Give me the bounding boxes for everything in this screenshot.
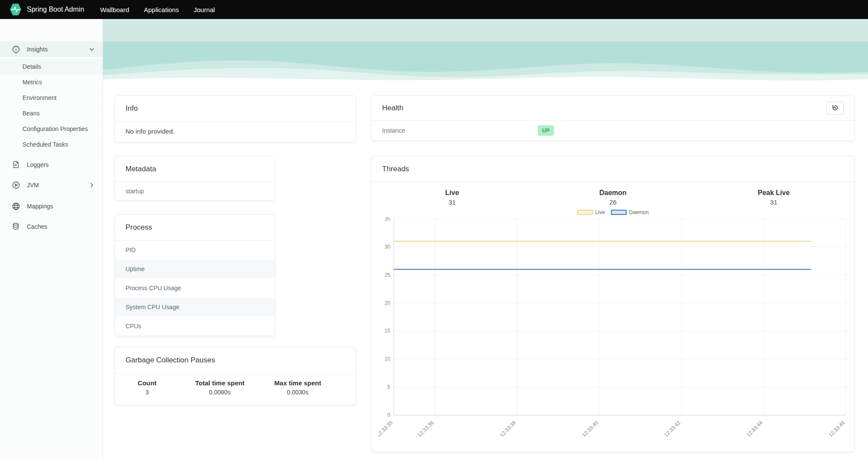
- sidebar-item-label: JVM: [27, 182, 39, 189]
- legend-live-swatch: [577, 210, 593, 215]
- stat-daemon-label: Daemon: [533, 189, 694, 197]
- sidebar-item-label: Loggers: [27, 161, 49, 168]
- stat-peak-live: Peak Live 31: [693, 189, 854, 206]
- process-row-pid: PID: [115, 240, 275, 259]
- stat-peak-live-value: 31: [693, 198, 854, 206]
- hero-wave-banner: [103, 19, 868, 84]
- sidebar-item-jvm[interactable]: JVM: [0, 176, 103, 194]
- sidebar-item-label: Caches: [27, 223, 47, 230]
- process-row-system-cpu: System CPU Usage: [115, 298, 275, 317]
- svg-text:12:33:38: 12:33:38: [498, 419, 517, 438]
- history-icon: [831, 104, 839, 113]
- info-card-title: Info: [125, 104, 138, 113]
- nav-journal[interactable]: Journal: [186, 6, 222, 13]
- sidebar-item-label: Insights: [27, 46, 48, 53]
- process-row-process-cpu: Process CPU Usage: [115, 279, 275, 298]
- gc-col-total: Total time spent 0.0080s: [179, 379, 260, 396]
- globe-icon: [12, 202, 20, 211]
- threads-chart-legend: Live Daemon: [372, 209, 854, 215]
- process-row-cpus: CPUs: [115, 317, 275, 336]
- legend-live-label: Live: [595, 209, 605, 215]
- nav-applications[interactable]: Applications: [137, 6, 186, 13]
- gc-count-value: 3: [115, 389, 179, 396]
- sidebar-item-caches[interactable]: Caches: [0, 218, 103, 235]
- gc-total-value: 0.0080s: [179, 389, 260, 396]
- sidebar-item-configuration-properties[interactable]: Configuration Properties: [0, 121, 103, 137]
- svg-text:12:33:44: 12:33:44: [745, 419, 764, 438]
- chevron-down-icon: [89, 46, 95, 52]
- gc-col-max: Max time spent 0.0030s: [260, 379, 335, 396]
- info-card-body: No info provided.: [115, 122, 355, 142]
- gc-col-count: Count 3: [115, 379, 179, 396]
- health-history-button[interactable]: [826, 102, 844, 115]
- threads-chart: 0510152025303512:33:3512:33:3612:33:3812…: [379, 217, 848, 448]
- sidebar-item-label: Mappings: [27, 203, 53, 210]
- svg-text:25: 25: [385, 272, 391, 278]
- threads-card: Threads Live 31 Daemon 26 Peak Live 31: [371, 156, 855, 452]
- stat-daemon: Daemon 26: [533, 189, 694, 206]
- info-card: Info No info provided.: [115, 96, 356, 142]
- svg-text:10: 10: [385, 356, 391, 362]
- process-card: Process PID Uptime Process CPU Usage Sys…: [115, 214, 275, 336]
- health-card-title: Health: [382, 104, 403, 112]
- main-nav: Wallboard Applications Journal: [93, 6, 222, 13]
- sidebar-item-insights[interactable]: Insights: [0, 42, 103, 57]
- legend-live[interactable]: Live: [577, 209, 605, 215]
- spring-boot-admin-app: Spring Boot Admin Wallboard Applications…: [0, 0, 868, 461]
- sidebar: Insights Details Metrics Environment Bea…: [0, 19, 103, 461]
- threads-stats: Live 31 Daemon 26 Peak Live 31: [372, 182, 854, 206]
- brand-title: Spring Boot Admin: [27, 6, 84, 13]
- metadata-card: Metadata startup: [115, 156, 275, 201]
- threads-card-title: Threads: [382, 165, 409, 173]
- status-badge-up: UP: [538, 125, 554, 136]
- stat-live-label: Live: [372, 189, 533, 197]
- svg-text:20: 20: [385, 300, 391, 306]
- stat-peak-live-label: Peak Live: [693, 189, 854, 197]
- process-card-title: Process: [125, 223, 152, 232]
- gc-total-header: Total time spent: [179, 379, 260, 387]
- svg-text:12:33:36: 12:33:36: [416, 419, 435, 438]
- legend-daemon-swatch: [611, 210, 627, 215]
- svg-text:12:33:40: 12:33:40: [581, 419, 599, 438]
- svg-text:15: 15: [385, 328, 391, 334]
- svg-text:30: 30: [385, 244, 391, 250]
- legend-daemon[interactable]: Daemon: [611, 209, 649, 215]
- gc-card-title: Garbage Collection Pauses: [125, 356, 215, 365]
- gc-pauses-card: Garbage Collection Pauses Count 3 Total …: [115, 347, 356, 405]
- brand-logo-icon: [10, 3, 22, 16]
- info-circle-icon: [12, 45, 20, 54]
- sidebar-item-scheduled-tasks[interactable]: Scheduled Tasks: [0, 137, 103, 152]
- gc-max-header: Max time spent: [260, 379, 335, 387]
- sidebar-item-metrics[interactable]: Metrics: [0, 74, 103, 90]
- stat-live: Live 31: [372, 189, 533, 206]
- brand[interactable]: Spring Boot Admin: [10, 3, 84, 16]
- sidebar-item-loggers[interactable]: Loggers: [0, 156, 103, 173]
- gc-count-header: Count: [115, 379, 179, 387]
- nav-wallboard[interactable]: Wallboard: [93, 6, 137, 13]
- sidebar-item-beans[interactable]: Beans: [0, 106, 103, 121]
- health-card: Health Instance UP: [371, 96, 855, 141]
- sidebar-item-details[interactable]: Details: [0, 59, 103, 74]
- health-instance-label: Instance: [382, 127, 538, 134]
- svg-text:12:33:35: 12:33:35: [379, 419, 394, 438]
- legend-daemon-label: Daemon: [629, 209, 649, 215]
- svg-text:12:33:42: 12:33:42: [663, 419, 682, 438]
- health-row-instance: Instance UP: [372, 121, 854, 141]
- metadata-row-startup: startup: [115, 182, 275, 200]
- gc-table: Count 3 Total time spent 0.0080s Max tim…: [115, 374, 355, 396]
- file-icon: [12, 160, 20, 169]
- gc-max-value: 0.0030s: [260, 389, 335, 396]
- sidebar-item-mappings[interactable]: Mappings: [0, 198, 103, 215]
- sidebar-item-environment[interactable]: Environment: [0, 90, 103, 106]
- stat-live-value: 31: [372, 198, 533, 206]
- chevron-right-icon: [89, 182, 95, 188]
- stat-daemon-value: 26: [533, 198, 694, 206]
- svg-text:0: 0: [387, 412, 390, 418]
- metadata-card-title: Metadata: [125, 165, 156, 173]
- top-navbar: Spring Boot Admin Wallboard Applications…: [0, 0, 868, 19]
- process-row-uptime: Uptime: [115, 259, 275, 279]
- play-circle-icon: [12, 181, 20, 189]
- svg-text:12:33:46: 12:33:46: [827, 419, 846, 438]
- database-icon: [12, 222, 20, 231]
- svg-text:35: 35: [385, 217, 391, 222]
